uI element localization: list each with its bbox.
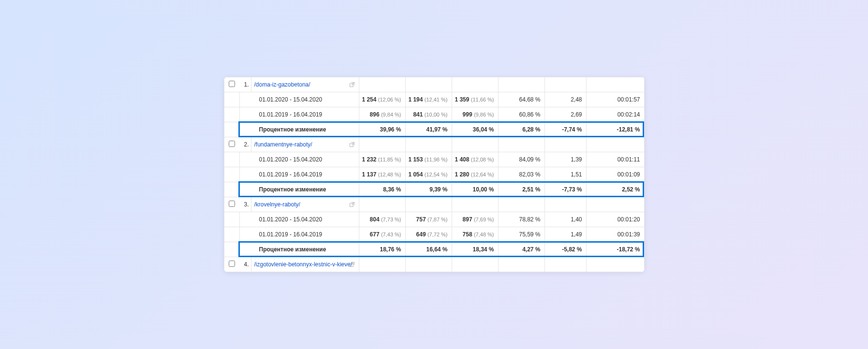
percent-change-label: Процентное изменение [239,122,359,137]
page-path-link[interactable]: /krovelnye-raboty/ [254,201,300,208]
metric-cell: 1,51 [544,167,586,182]
period-row-current: 01.01.2020 - 15.04.2020804 (7,73 %)757 (… [224,212,644,227]
metric-cell: 2,69 [544,107,586,122]
row-index: 3. [239,197,251,212]
percent-change-label: Процентное изменение [239,182,359,197]
percent-change-row: Процентное изменение8,36 %9,39 %10,00 %2… [224,182,644,197]
metric-cell: 757 (7,87 %) [405,212,452,227]
metric-cell: 897 (7,69 %) [452,212,498,227]
metric-cell: 00:01:39 [586,227,644,242]
row-checkbox-cell [224,77,239,92]
period-label: 01.01.2019 - 16.04.2019 [239,227,359,242]
period-label: 01.01.2019 - 16.04.2019 [239,167,359,182]
page-path-cell: /fundamentnye-raboty/ [251,137,359,152]
row-checkbox-cell [224,137,239,152]
open-external-icon[interactable] [349,202,355,207]
percent-change-row: Процентное изменение18,76 %16,64 %18,34 … [224,242,644,257]
change-cell: 2,52 % [586,182,644,197]
metric-cell: 00:01:09 [586,167,644,182]
metric-cell: 758 (7,48 %) [452,227,498,242]
metric-cell: 1,49 [544,227,586,242]
page-path-cell: /izgotovlenie-betonnyx-lestnic-v-kieve/ [251,257,359,272]
page-path-link[interactable]: /fundamentnye-raboty/ [254,141,312,148]
row-checkbox[interactable] [229,81,235,87]
change-cell: 41,97 % [405,122,452,137]
metric-cell: 677 (7,43 %) [359,227,405,242]
metric-cell: 1 280 (12,64 %) [452,167,498,182]
metric-cell: 896 (9,84 %) [359,107,405,122]
metric-cell: 00:01:11 [586,152,644,167]
row-checkbox-cell [224,257,239,272]
page-header-row: 4./izgotovlenie-betonnyx-lestnic-v-kieve… [224,257,644,272]
change-cell: -7,74 % [544,122,586,137]
metric-cell: 1 254 (12,06 %) [359,92,405,107]
change-cell: -5,82 % [544,242,586,257]
analytics-comparison-table: 1./doma-iz-gazobetona/01.01.2020 - 15.04… [224,77,645,272]
change-cell: 8,36 % [359,182,405,197]
metric-cell: 804 (7,73 %) [359,212,405,227]
metric-cell: 1,40 [544,212,586,227]
period-row-current: 01.01.2020 - 15.04.20201 254 (12,06 %)1 … [224,92,644,107]
change-cell: 18,34 % [452,242,498,257]
open-external-icon[interactable] [349,142,355,147]
row-checkbox[interactable] [229,141,235,147]
metric-cell: 75,59 % [498,227,544,242]
percent-change-row: Процентное изменение39,96 %41,97 %36,04 … [224,122,644,137]
metric-cell: 00:01:57 [586,92,644,107]
change-cell: 39,96 % [359,122,405,137]
metric-cell: 1 194 (12,41 %) [405,92,452,107]
metric-cell: 1 232 (11,85 %) [359,152,405,167]
page-path-link[interactable]: /izgotovlenie-betonnyx-lestnic-v-kieve/ [254,261,353,268]
page-header-row: 1./doma-iz-gazobetona/ [224,77,644,92]
metric-cell: 2,48 [544,92,586,107]
row-index: 4. [239,257,251,272]
row-index: 2. [239,137,251,152]
change-cell: 2,51 % [498,182,544,197]
card-background: 1./doma-iz-gazobetona/01.01.2020 - 15.04… [55,15,814,334]
change-cell: 9,39 % [405,182,452,197]
row-checkbox-cell [224,197,239,212]
metric-cell: 999 (9,86 %) [452,107,498,122]
period-row-previous: 01.01.2019 - 16.04.20191 137 (12,48 %)1 … [224,167,644,182]
page-path-cell: /krovelnye-raboty/ [251,197,359,212]
change-cell: 18,76 % [359,242,405,257]
open-external-icon[interactable] [349,82,355,87]
metric-cell: 1 359 (11,66 %) [452,92,498,107]
row-checkbox[interactable] [229,261,235,267]
metric-cell: 00:02:14 [586,107,644,122]
change-cell: -18,72 % [586,242,644,257]
metric-cell: 1,39 [544,152,586,167]
change-cell: 4,27 % [498,242,544,257]
metric-cell: 1 054 (12,54 %) [405,167,452,182]
metric-cell: 1 137 (12,48 %) [359,167,405,182]
page-path-link[interactable]: /doma-iz-gazobetona/ [254,81,310,88]
metric-cell: 82,03 % [498,167,544,182]
period-label: 01.01.2020 - 15.04.2020 [239,152,359,167]
metric-cell: 00:01:20 [586,212,644,227]
period-label: 01.01.2020 - 15.04.2020 [239,92,359,107]
percent-change-label: Процентное изменение [239,242,359,257]
period-label: 01.01.2020 - 15.04.2020 [239,212,359,227]
metric-cell: 649 (7,72 %) [405,227,452,242]
change-cell: -12,81 % [586,122,644,137]
change-cell: 16,64 % [405,242,452,257]
page-header-row: 3./krovelnye-raboty/ [224,197,644,212]
change-cell: 10,00 % [452,182,498,197]
row-index: 1. [239,77,251,92]
period-row-previous: 01.01.2019 - 16.04.2019896 (9,84 %)841 (… [224,107,644,122]
period-label: 01.01.2019 - 16.04.2019 [239,107,359,122]
metric-cell: 841 (10,00 %) [405,107,452,122]
page-header-row: 2./fundamentnye-raboty/ [224,137,644,152]
period-row-previous: 01.01.2019 - 16.04.2019677 (7,43 %)649 (… [224,227,644,242]
metric-cell: 78,82 % [498,212,544,227]
page-path-cell: /doma-iz-gazobetona/ [251,77,359,92]
metric-cell: 1 153 (11,98 %) [405,152,452,167]
metric-cell: 64,68 % [498,92,544,107]
data-table: 1./doma-iz-gazobetona/01.01.2020 - 15.04… [224,77,645,272]
metric-cell: 1 408 (12,08 %) [452,152,498,167]
period-row-current: 01.01.2020 - 15.04.20201 232 (11,85 %)1 … [224,152,644,167]
open-external-icon[interactable] [349,262,355,267]
change-cell: 36,04 % [452,122,498,137]
row-checkbox[interactable] [229,201,235,207]
change-cell: -7,73 % [544,182,586,197]
